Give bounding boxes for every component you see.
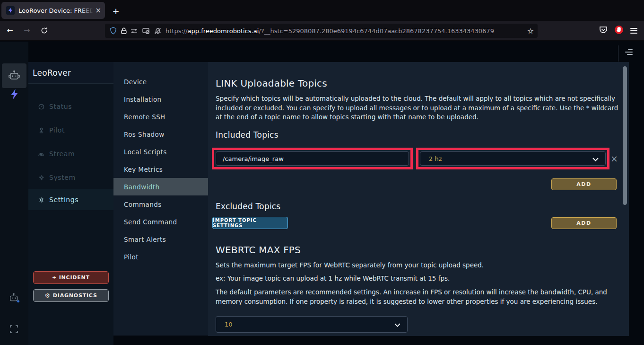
url-bar[interactable]: https://app.freedomrobotics.ai/?__hstc=5… — [105, 24, 538, 38]
link-uploadable-topics-description: Specify which topics will be automatical… — [216, 94, 620, 122]
settings-nav-item-installation[interactable]: Installation — [113, 90, 208, 108]
new-tab-button[interactable]: + — [110, 5, 122, 17]
sidebar-item-pilot[interactable]: Pilot — [28, 118, 113, 142]
included-topics-title: Included Topics — [216, 130, 278, 140]
topic-input-highlight — [212, 148, 413, 169]
settings-nav-item-ros-shadow[interactable]: Ros Shadow — [113, 125, 208, 143]
fullscreen-icon[interactable] — [10, 325, 18, 335]
excluded-topics-title: Excluded Topics — [216, 202, 280, 211]
topbar-divider — [618, 45, 618, 62]
device-name: LeoRover — [33, 68, 71, 78]
link-uploadable-topics-title: LINK Uploadable Topics — [216, 78, 327, 89]
included-add-button[interactable]: ADD — [551, 178, 617, 190]
rate-select-value: 2 hz — [429, 155, 592, 162]
status-gauge-icon — [38, 104, 44, 110]
panel-toggle-icon[interactable] — [625, 49, 633, 55]
system-gear-icon — [38, 175, 44, 181]
site-favicon-bolt-icon — [6, 6, 15, 15]
included-topic-input[interactable] — [216, 151, 409, 166]
device-robot-button[interactable] — [2, 63, 26, 88]
rate-select-highlight: 2 hz — [416, 148, 609, 169]
autoplay-blocked-icon[interactable] — [142, 27, 150, 34]
webrtc-max-fps-title: WEBRTC MAX FPS — [216, 244, 301, 256]
sidebar-item-label: Stream — [49, 150, 75, 158]
import-topic-settings-button[interactable]: IMPORT TOPIC SETTINGS — [212, 217, 288, 229]
pilot-joystick-icon — [38, 127, 44, 133]
sidebar-item-stream[interactable]: Stream — [28, 142, 113, 166]
permissions-sliders-icon[interactable] — [131, 28, 138, 34]
settings-nav-item-key-metrics[interactable]: Key Metrics — [113, 160, 208, 178]
settings-nav-item-smart-alerts[interactable]: Smart Alerts — [113, 230, 208, 248]
device-header: LeoRover — [28, 62, 113, 84]
settings-nav-item-remote-ssh[interactable]: Remote SSH — [113, 108, 208, 125]
tab-title: LeoRover Device: FREED — [18, 7, 93, 14]
url-text: https://app.freedomrobotics.ai/?__hstc=5… — [165, 27, 524, 35]
pocket-icon[interactable] — [599, 26, 608, 36]
incident-button[interactable]: + INCIDENT — [33, 271, 109, 284]
sidebar-item-label: Pilot — [49, 126, 65, 134]
forward-button[interactable]: → — [20, 24, 34, 37]
sidebar-item-settings[interactable]: Settings — [28, 189, 113, 210]
sidebar-item-label: Status — [49, 103, 72, 110]
rate-select[interactable]: 2 hz — [420, 151, 606, 166]
webrtc-fps-value: 10 — [225, 321, 394, 328]
sidebar-item-system[interactable]: System — [28, 166, 113, 189]
diagnostics-gears-icon: ⚙ — [44, 292, 50, 299]
chevron-down-icon — [394, 320, 400, 329]
webrtc-line2: ex: Your image topic can upload at 1 hz … — [216, 274, 622, 283]
content-scrollbar[interactable] — [623, 66, 627, 205]
freedom-bolt-icon[interactable] — [9, 88, 19, 102]
sidebar-item-label: System — [49, 174, 76, 181]
device-sidebar: LeoRover Status Pilot Stream System — [28, 62, 113, 345]
settings-nav-item-pilot[interactable]: Pilot — [113, 248, 208, 265]
settings-nav-item-send-command[interactable]: Send Command — [113, 213, 208, 230]
stream-waves-icon — [38, 151, 44, 157]
settings-nav-item-local-scripts[interactable]: Local Scripts — [113, 143, 208, 160]
sidebar-item-label: Settings — [49, 196, 78, 203]
remove-topic-button[interactable]: × — [610, 154, 618, 163]
browser-toolbar: ← → http — [0, 21, 644, 41]
settings-nav-item-commands[interactable]: Commands — [113, 195, 208, 213]
adblock-hand-extension-icon[interactable] — [614, 25, 624, 36]
reload-button[interactable] — [37, 24, 51, 37]
webrtc-fps-select[interactable]: 10 — [216, 316, 408, 333]
app-left-rail — [0, 42, 28, 345]
settings-gear-icon — [38, 197, 44, 203]
browser-tab-bar: LeoRover Device: FREED × + — [0, 0, 644, 21]
webrtc-fps-select-wrap: 10 — [216, 316, 408, 333]
bandwidth-settings-panel: LINK Uploadable Topics Specify which top… — [208, 62, 629, 336]
lock-icon[interactable] — [121, 27, 127, 34]
excluded-add-button[interactable]: ADD — [551, 217, 617, 229]
menu-hamburger-icon[interactable] — [630, 28, 637, 34]
settings-nav: Device Installation Remote SSH Ros Shado… — [113, 62, 208, 336]
browser-tab[interactable]: LeoRover Device: FREED × — [1, 2, 105, 19]
tracking-protection-shield-icon[interactable] — [110, 27, 117, 35]
settings-nav-item-bandwidth[interactable]: Bandwidth — [113, 178, 208, 195]
back-button[interactable]: ← — [3, 24, 17, 37]
webrtc-line1: Sets the maximum target FPS for WebRTC s… — [216, 261, 622, 270]
chevron-down-icon — [592, 154, 599, 163]
tab-close-icon[interactable]: × — [95, 7, 101, 14]
webrtc-line3: The default parameters are recommended s… — [216, 288, 626, 306]
sidebar-item-status[interactable]: Status — [28, 95, 113, 118]
notifications-blocked-icon[interactable] — [154, 27, 161, 35]
settings-nav-item-device[interactable]: Device — [113, 73, 208, 90]
add-device-icon[interactable] — [8, 292, 20, 306]
diagnostics-button[interactable]: ⚙ DIAGNOSTICS — [33, 289, 109, 302]
bookmark-star-icon[interactable]: ☆ — [527, 27, 534, 35]
